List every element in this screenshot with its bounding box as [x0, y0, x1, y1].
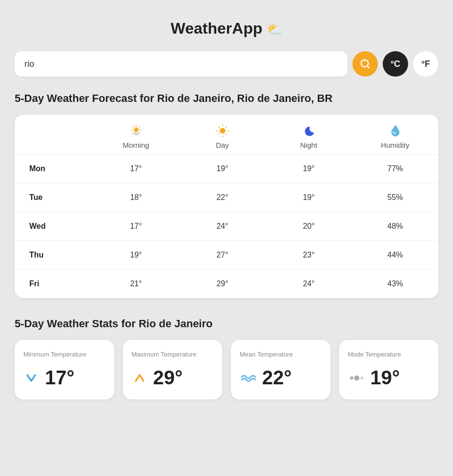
- humidity-thu: 44%: [352, 241, 438, 269]
- stat-label-mean: Mean Temperature: [240, 351, 322, 358]
- day-val-tue: 22°: [179, 183, 266, 212]
- stat-value-min: 17°: [45, 367, 75, 389]
- svg-line-21: [219, 134, 219, 135]
- stat-value-row-mode: 19°: [348, 367, 430, 389]
- svg-point-23: [350, 376, 353, 380]
- stat-value-row-max: 29°: [132, 367, 214, 389]
- dots-icon: [348, 370, 365, 386]
- humidity-tue: 55%: [352, 183, 438, 212]
- table-row: Tue 18° 22° 19° 55%: [15, 183, 438, 212]
- stat-value-row-mean: 22°: [240, 367, 322, 389]
- day-icon: [215, 123, 230, 138]
- search-icon: [360, 59, 371, 69]
- night-label: Night: [300, 141, 317, 149]
- arrow-down-icon: [23, 370, 39, 386]
- forecast-header: Morning Day: [15, 115, 438, 155]
- app-header: WeatherApp ⛅: [15, 20, 438, 38]
- search-input[interactable]: [15, 51, 348, 77]
- svg-point-12: [134, 133, 139, 136]
- day-label: Day: [216, 141, 229, 149]
- svg-point-2: [134, 127, 139, 132]
- stat-value-mode: 19°: [371, 367, 400, 389]
- table-row: Mon 17° 19° 19° 77%: [15, 155, 438, 183]
- night-mon: 19°: [266, 155, 352, 183]
- stat-value-max: 29°: [153, 367, 183, 389]
- night-fri: 24°: [266, 270, 352, 298]
- day-val-thu: 27°: [179, 241, 266, 269]
- morning-fri: 21°: [93, 270, 179, 298]
- fahrenheit-button[interactable]: °F: [413, 51, 438, 77]
- humidity-column-header: % Humidity: [352, 123, 438, 149]
- stats-grid: Minimum Temperature 17° Maximum Temperat…: [15, 340, 438, 399]
- svg-line-9: [139, 127, 139, 127]
- morning-icon: [129, 123, 144, 138]
- stat-label-mode: Mode Temperature: [348, 351, 430, 358]
- forecast-title: 5-Day Weather Forecast for Rio de Janeir…: [15, 92, 438, 105]
- stat-card-mode: Mode Temperature 19°: [339, 340, 439, 399]
- day-tue: Tue: [15, 183, 93, 212]
- stat-value-mean: 22°: [262, 367, 292, 389]
- svg-line-1: [367, 66, 369, 68]
- svg-point-13: [220, 128, 226, 134]
- day-thu: Thu: [15, 241, 93, 269]
- svg-line-20: [226, 127, 226, 127]
- night-tue: 19°: [266, 183, 352, 212]
- humidity-fri: 43%: [352, 270, 438, 298]
- night-wed: 20°: [266, 212, 352, 240]
- svg-point-25: [360, 377, 363, 379]
- svg-line-18: [219, 127, 219, 127]
- stat-value-row-min: 17°: [23, 367, 105, 389]
- day-val-mon: 19°: [179, 155, 266, 183]
- stat-card-mean: Mean Temperature 22°: [231, 340, 330, 399]
- morning-label: Morning: [123, 141, 149, 149]
- search-row: °C °F: [15, 51, 438, 77]
- celsius-button[interactable]: °C: [383, 51, 408, 77]
- app-title: WeatherApp ⛅: [171, 20, 283, 37]
- stat-label-max: Maximum Temperature: [132, 351, 214, 358]
- humidity-icon: %: [388, 123, 403, 138]
- table-row: Fri 21° 29° 24° 43%: [15, 270, 438, 298]
- svg-point-24: [354, 375, 359, 380]
- night-thu: 23°: [266, 241, 352, 269]
- day-val-fri: 29°: [179, 270, 266, 298]
- stats-title: 5-Day Weather Stats for Rio de Janeiro: [15, 317, 438, 330]
- morning-tue: 18°: [93, 183, 179, 212]
- morning-wed: 17°: [93, 212, 179, 240]
- morning-mon: 17°: [93, 155, 179, 183]
- morning-column-header: Morning: [93, 123, 179, 149]
- morning-thu: 19°: [93, 241, 179, 269]
- table-row: Wed 17° 24° 20° 48%: [15, 212, 438, 241]
- stat-card-max: Maximum Temperature 29°: [123, 340, 223, 399]
- humidity-label: Humidity: [381, 141, 409, 149]
- svg-line-8: [139, 133, 139, 133]
- forecast-card: Morning Day: [15, 115, 438, 298]
- night-column-header: Night: [266, 123, 352, 149]
- svg-line-7: [133, 127, 133, 127]
- day-val-wed: 24°: [179, 212, 266, 240]
- day-column-header: Day: [179, 123, 266, 149]
- day-fri: Fri: [15, 270, 93, 298]
- humidity-wed: 48%: [352, 212, 438, 240]
- humidity-mon: 77%: [352, 155, 438, 183]
- wave-icon: [240, 370, 256, 386]
- svg-text:%: %: [392, 131, 396, 135]
- arrow-up-icon: [132, 370, 147, 386]
- search-button[interactable]: [352, 51, 378, 77]
- app-title-icon: ⛅: [267, 22, 282, 37]
- stat-card-min: Minimum Temperature 17°: [15, 340, 114, 399]
- table-row: Thu 19° 27° 23° 44%: [15, 241, 438, 270]
- stat-label-min: Minimum Temperature: [23, 351, 105, 358]
- day-wed: Wed: [15, 212, 93, 240]
- night-icon: [302, 123, 316, 138]
- svg-line-19: [226, 134, 226, 135]
- day-mon: Mon: [15, 155, 93, 183]
